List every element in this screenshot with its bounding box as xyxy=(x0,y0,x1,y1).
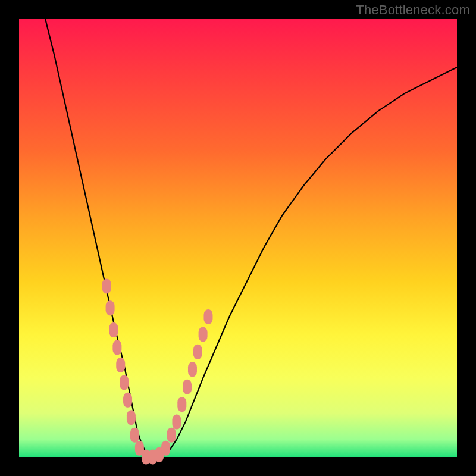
curve-marker xyxy=(161,441,170,456)
curve-marker xyxy=(130,428,139,443)
curve-marker xyxy=(167,428,176,443)
plot-area xyxy=(19,19,457,457)
curve-marker xyxy=(123,393,132,408)
bottleneck-curve xyxy=(45,19,457,457)
curve-marker xyxy=(183,380,192,394)
chart-frame: TheBottleneck.com xyxy=(0,0,476,476)
curve-marker xyxy=(120,375,129,390)
watermark-text: TheBottleneck.com xyxy=(356,2,470,18)
curve-marker xyxy=(112,340,121,355)
curve-marker xyxy=(188,362,197,377)
curve-marker xyxy=(193,345,202,359)
curve-marker xyxy=(106,300,115,315)
curve-marker xyxy=(127,410,136,425)
curve-marker xyxy=(109,322,118,337)
curve-marker xyxy=(203,309,212,324)
chart-svg xyxy=(19,19,457,457)
curve-markers xyxy=(102,278,213,464)
curve-marker xyxy=(177,397,186,412)
curve-marker xyxy=(102,278,111,293)
curve-marker xyxy=(172,415,181,430)
curve-marker xyxy=(199,327,208,342)
curve-marker xyxy=(116,358,125,372)
